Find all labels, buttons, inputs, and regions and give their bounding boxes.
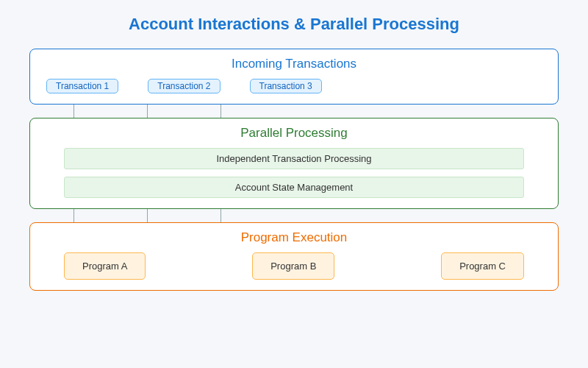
transaction-row: Transaction 1 Transaction 2 Transaction …	[42, 79, 546, 93]
diagram-title: Account Interactions & Parallel Processi…	[29, 15, 559, 34]
program-item: Program A	[64, 252, 146, 280]
transaction-item: Transaction 3	[250, 79, 322, 93]
execution-title: Program Execution	[42, 230, 546, 245]
connector-line	[220, 105, 221, 118]
program-row: Program A Program B Program C	[42, 252, 546, 280]
connector-group	[29, 209, 559, 222]
program-item: Program C	[441, 252, 524, 280]
connector-line	[74, 105, 74, 118]
incoming-transactions-box: Incoming Transactions Transaction 1 Tran…	[29, 49, 559, 105]
connector-line	[74, 209, 74, 222]
parallel-processing-box: Parallel Processing Independent Transact…	[29, 118, 559, 209]
connector-line	[220, 209, 221, 222]
diagram-container: Account Interactions & Parallel Processi…	[0, 0, 588, 291]
processing-bar: Account State Management	[64, 177, 524, 198]
transaction-item: Transaction 1	[46, 79, 118, 93]
processing-bar: Independent Transaction Processing	[64, 148, 524, 169]
parallel-title: Parallel Processing	[42, 126, 546, 141]
program-item: Program B	[252, 252, 334, 280]
transaction-item: Transaction 2	[148, 79, 220, 93]
program-execution-box: Program Execution Program A Program B Pr…	[29, 222, 559, 291]
connector-line	[147, 209, 148, 222]
connector-line	[147, 105, 148, 118]
connector-group	[29, 105, 559, 118]
incoming-title: Incoming Transactions	[42, 57, 546, 71]
